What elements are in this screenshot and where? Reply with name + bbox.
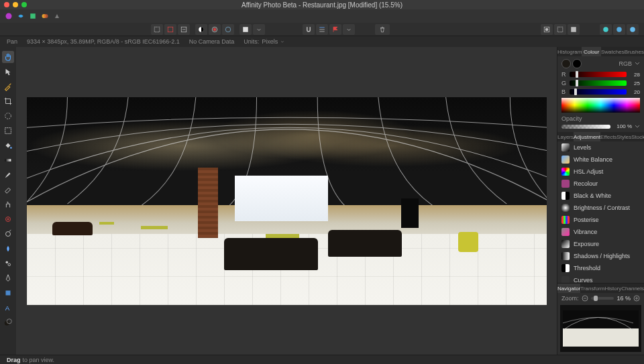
colour-model-dropdown[interactable]: RGB xyxy=(619,60,640,67)
paint-brush-tool[interactable] xyxy=(2,169,14,181)
zoom-out-button[interactable] xyxy=(582,295,588,302)
photo-persona-icon[interactable] xyxy=(4,11,13,21)
adjustment-label: Brightness / Contrast xyxy=(574,204,630,211)
selection-brush-tool[interactable] xyxy=(2,110,14,122)
units-dropdown[interactable]: Units: Pixels xyxy=(244,38,284,45)
tab-stock[interactable]: Stock xyxy=(631,132,644,141)
contrast-icon[interactable] xyxy=(195,24,207,35)
colour-slider-g[interactable]: G25 xyxy=(561,80,640,86)
canvas-area[interactable] xyxy=(16,47,557,355)
adjustment-label: Vibrance xyxy=(574,229,597,235)
tab-transform[interactable]: Transform xyxy=(580,284,604,293)
zoom-in-button[interactable] xyxy=(633,295,640,302)
svg-point-0 xyxy=(6,13,12,19)
colour-wheel-icon[interactable] xyxy=(209,24,221,35)
opacity-slider[interactable] xyxy=(561,125,610,129)
tab-styles[interactable]: Styles xyxy=(616,132,631,141)
crop-tool[interactable] xyxy=(2,95,14,107)
selection-sub-button[interactable] xyxy=(178,24,190,35)
tab-adjustment[interactable]: Adjustment xyxy=(574,132,600,141)
pen-tool[interactable] xyxy=(2,272,14,284)
colour-picker-tool[interactable] xyxy=(2,80,14,93)
adjustment-label: HSL Adjust xyxy=(574,168,603,175)
flood-fill-tool[interactable] xyxy=(2,139,14,151)
adjustment-exposure[interactable]: Exposure xyxy=(557,238,644,250)
magenta-channel-icon[interactable] xyxy=(613,24,625,35)
yellow-channel-icon[interactable] xyxy=(627,24,639,35)
chevron-down-icon xyxy=(635,61,640,66)
smudge-tool[interactable] xyxy=(2,243,14,255)
zoom-slider[interactable] xyxy=(591,297,614,300)
adjustment-shadows-highlights[interactable]: Shadows / Highlights xyxy=(557,250,644,262)
dodge-tool[interactable] xyxy=(2,228,14,240)
lens-icon[interactable] xyxy=(222,24,234,35)
adjustment-vibrance[interactable]: Vibrance xyxy=(557,226,644,238)
tab-navigator[interactable]: Navigator xyxy=(557,284,580,293)
snap-toggle-button[interactable] xyxy=(303,24,315,35)
flag-button[interactable] xyxy=(329,24,341,35)
export-persona-icon[interactable] xyxy=(52,11,62,21)
gradient-tool[interactable] xyxy=(2,154,14,166)
move-tool[interactable] xyxy=(2,66,14,78)
selection-new-button[interactable] xyxy=(151,24,163,35)
liquify-persona-icon[interactable] xyxy=(16,11,25,21)
tab-histogram[interactable]: Histogram xyxy=(557,47,582,56)
adjustment-threshold[interactable]: Threshold xyxy=(557,262,644,274)
adjustment-brightness-contrast[interactable]: Brightness / Contrast xyxy=(557,202,644,214)
text-tool[interactable]: A xyxy=(2,302,14,314)
svg-point-10 xyxy=(213,27,217,31)
adjustment-white-balance[interactable]: White Balance xyxy=(557,154,644,166)
adjustment-black-white[interactable]: Black & White xyxy=(557,190,644,202)
adjustment-levels[interactable]: Levels xyxy=(557,141,644,154)
crop-mask-caret-icon[interactable] xyxy=(253,24,265,35)
mask-mode-button[interactable] xyxy=(568,24,580,35)
svg-point-30 xyxy=(6,261,9,264)
document-canvas[interactable] xyxy=(25,57,548,345)
swatch-tool[interactable] xyxy=(2,316,14,328)
assistant-caret-icon[interactable] xyxy=(343,24,355,35)
window-title: Affinity Photo Beta - Restaurant.jpg [Mo… xyxy=(0,1,644,9)
slider-track[interactable] xyxy=(570,80,627,86)
adjustment-posterise[interactable]: Posterise xyxy=(557,214,644,226)
crop-mask-button[interactable] xyxy=(239,24,252,35)
alignment-button[interactable] xyxy=(316,24,328,35)
tone-persona-icon[interactable] xyxy=(40,11,50,21)
slider-track[interactable] xyxy=(570,72,627,77)
pan-tool[interactable] xyxy=(2,51,14,63)
retouch-tool[interactable] xyxy=(2,257,14,269)
clone-tool[interactable] xyxy=(2,198,14,210)
adjustment-curves[interactable]: Curves xyxy=(557,274,644,283)
spectrum-picker[interactable] xyxy=(561,98,640,113)
navigator-thumbnail[interactable] xyxy=(560,305,641,352)
selection-add-button[interactable] xyxy=(164,24,176,35)
tab-colour[interactable]: Colour xyxy=(582,47,601,56)
erase-tool[interactable] xyxy=(2,184,14,196)
delete-button[interactable] xyxy=(375,24,390,35)
svg-point-22 xyxy=(630,27,635,32)
chevron-down-icon[interactable] xyxy=(635,124,640,129)
cyan-channel-icon[interactable] xyxy=(600,24,612,35)
marquee-tool[interactable] xyxy=(2,125,14,137)
tab-layers[interactable]: Layers xyxy=(557,132,574,141)
inpaint-tool[interactable] xyxy=(2,213,14,225)
colour-slider-b[interactable]: B20 xyxy=(561,88,640,95)
tab-channels[interactable]: Channels xyxy=(621,284,644,293)
svg-point-25 xyxy=(10,147,12,149)
tab-swatches[interactable]: Swatches xyxy=(601,47,625,56)
tab-brushes[interactable]: Brushes xyxy=(625,47,644,56)
svg-rect-18 xyxy=(557,27,563,32)
quick-mask-button[interactable] xyxy=(541,24,553,35)
colour-slider-r[interactable]: R28 xyxy=(561,71,640,78)
tab-effects[interactable]: Effects xyxy=(600,132,616,141)
tab-history[interactable]: History xyxy=(604,284,621,293)
refine-button[interactable] xyxy=(554,24,566,35)
slider-track[interactable] xyxy=(570,89,627,95)
adjustment-recolour[interactable]: Recolour xyxy=(557,178,644,190)
svg-rect-5 xyxy=(168,27,173,32)
shape-tool[interactable] xyxy=(2,287,14,299)
adjustment-icon xyxy=(561,228,570,236)
colour-wells[interactable] xyxy=(561,59,582,68)
develop-persona-icon[interactable] xyxy=(28,11,38,21)
top-toolbar xyxy=(0,23,644,36)
adjustment-hsl-adjust[interactable]: HSL Adjust xyxy=(557,166,644,178)
